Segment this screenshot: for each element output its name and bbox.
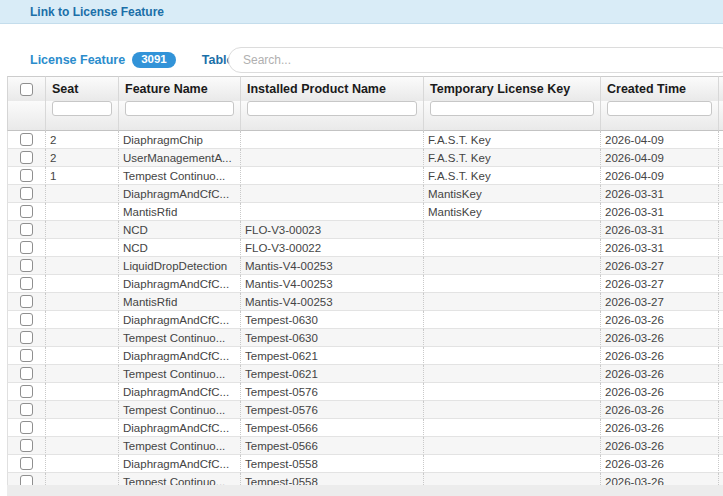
cell-product: Tempest-0621 [240,365,423,383]
cell-extra [718,185,723,203]
row-checkbox[interactable] [20,457,33,470]
cell-extra [718,167,723,185]
toolbar: License Feature 3091 Table [0,46,723,74]
cell-created: 2026-04-09 [600,167,718,185]
cell-seat [45,419,118,437]
cell-created: 2026-03-26 [600,311,718,329]
row-checkbox[interactable] [20,187,33,200]
cell-feature: DiaphragmAndCfC... [118,311,240,329]
table-row[interactable]: Tempest Continuo...Tempest-05762026-03-2… [7,401,723,419]
cell-product [240,131,423,149]
row-checkbox[interactable] [20,223,33,236]
table-row[interactable]: Tempest Continuo...Tempest-06212026-03-2… [7,365,723,383]
table-row[interactable]: DiaphragmAndCfC...MantisKey2026-03-31 [7,185,723,203]
column-header-seat[interactable]: Seat [45,76,118,101]
table-row[interactable]: DiaphragmAndCfC...Mantis-V4-002532026-03… [7,275,723,293]
row-checkbox[interactable] [20,403,33,416]
table-row[interactable]: 1Tempest Continuo...F.A.S.T. Key2026-04-… [7,167,723,185]
table-row[interactable]: DiaphragmAndCfC...Tempest-05762026-03-26 [7,383,723,401]
row-checkbox[interactable] [20,259,33,272]
row-checkbox[interactable] [20,205,33,218]
cell-feature: MantisRfid [118,203,240,221]
row-select-cell [7,311,45,329]
table-row[interactable]: NCDFLO-V3-000222026-03-31 [7,239,723,257]
cell-created: 2026-03-26 [600,347,718,365]
cell-seat [45,293,118,311]
cell-product: Tempest-0558 [240,473,423,485]
table-row[interactable]: DiaphragmAndCfC...Tempest-06302026-03-26 [7,311,723,329]
filter-input-temporary-license-key[interactable] [430,101,594,116]
table-row[interactable]: NCDFLO-V3-000232026-03-31 [7,221,723,239]
cell-seat [45,203,118,221]
table-row[interactable]: Tempest Continuo...Tempest-05582026-03-2… [7,473,723,485]
column-header-temporary-license-key[interactable]: Temporary License Key [423,76,600,101]
filter-input-feature-name[interactable] [125,101,234,116]
cell-seat: 1 [45,167,118,185]
row-checkbox[interactable] [20,349,33,362]
row-checkbox[interactable] [20,241,33,254]
table-row[interactable]: MantisRfidMantisKey2026-03-31 [7,203,723,221]
cell-tempkey: F.A.S.T. Key [423,167,600,185]
cell-tempkey [423,419,600,437]
cell-extra [718,365,723,383]
row-checkbox[interactable] [20,313,33,326]
cell-seat [45,239,118,257]
search-input[interactable] [228,47,723,73]
select-all-checkbox[interactable] [20,83,33,96]
cell-seat [45,365,118,383]
column-header-installed-product-name[interactable]: Installed Product Name [240,76,423,101]
row-select-cell [7,473,45,485]
table-row[interactable]: 2UserManagementA...F.A.S.T. Key2026-04-0… [7,149,723,167]
row-checkbox[interactable] [20,367,33,380]
table-row[interactable]: MantisRfidMantis-V4-002532026-03-27 [7,293,723,311]
cell-seat [45,185,118,203]
cell-extra [718,239,723,257]
cell-product [240,185,423,203]
filter-input-created-time[interactable] [607,101,712,116]
row-checkbox[interactable] [20,277,33,290]
table-row[interactable]: DiaphragmAndCfC...Tempest-05582026-03-26 [7,455,723,473]
table-row[interactable]: DiaphragmAndCfC...Tempest-05662026-03-26 [7,419,723,437]
cell-feature: Tempest Continuo... [118,473,240,485]
filter-input-seat[interactable] [52,101,112,116]
cell-product: Mantis-V4-00253 [240,257,423,275]
table-row[interactable]: 2DiaphragmChipF.A.S.T. Key2026-04-09 [7,131,723,149]
cell-created: 2026-03-31 [600,185,718,203]
entity-label: License Feature [30,53,125,67]
table-row[interactable]: DiaphragmAndCfC...Tempest-06212026-03-26 [7,347,723,365]
row-checkbox[interactable] [20,295,33,308]
filter-row [7,101,723,131]
row-checkbox[interactable] [20,475,33,485]
cell-created: 2026-03-31 [600,221,718,239]
cell-feature: DiaphragmAndCfC... [118,383,240,401]
row-checkbox[interactable] [20,385,33,398]
table-row[interactable]: LiquidDropDetectionMantis-V4-002532026-0… [7,257,723,275]
row-checkbox[interactable] [20,331,33,344]
cell-tempkey: F.A.S.T. Key [423,131,600,149]
filter-input-installed-product-name[interactable] [247,101,417,116]
column-header-created-time[interactable]: Created Time [600,76,718,101]
row-checkbox[interactable] [20,421,33,434]
row-checkbox[interactable] [20,151,33,164]
row-checkbox[interactable] [20,133,33,146]
cell-seat [45,437,118,455]
cell-seat: 2 [45,131,118,149]
cell-extra [718,383,723,401]
cell-feature: NCD [118,221,240,239]
row-checkbox[interactable] [20,169,33,182]
cell-product [240,203,423,221]
cell-feature: DiaphragmAndCfC... [118,419,240,437]
cell-extra [718,149,723,167]
cell-product: Tempest-0621 [240,347,423,365]
row-select-cell [7,221,45,239]
cell-tempkey [423,293,600,311]
row-checkbox[interactable] [20,439,33,452]
table-row[interactable]: Tempest Continuo...Tempest-05662026-03-2… [7,437,723,455]
column-header-feature-name[interactable]: Feature Name [118,76,240,101]
table-row[interactable]: Tempest Continuo...Tempest-06302026-03-2… [7,329,723,347]
cell-seat [45,473,118,485]
row-select-cell [7,293,45,311]
cell-product [240,167,423,185]
page-title: Link to License Feature [30,5,164,19]
cell-seat [45,257,118,275]
